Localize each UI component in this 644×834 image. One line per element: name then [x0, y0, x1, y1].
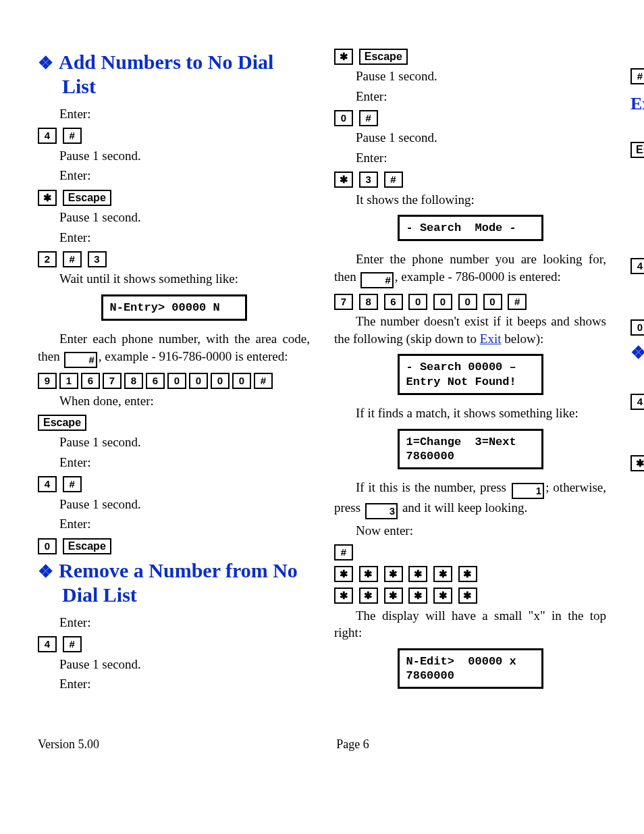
instruction-text: Enter the phone number you are looking f…: [334, 251, 606, 288]
key-0: 0: [211, 373, 230, 389]
lcd-display: - Search 00000 – Entry Not Found!: [398, 354, 543, 395]
key-4: 4: [38, 128, 57, 144]
key-sequence: ✱ ✱ ✱ ✱ ✱ ✱: [334, 564, 606, 583]
key-sequence: Escape: [38, 412, 310, 431]
key-hash: #: [63, 636, 82, 652]
key-0: 0: [433, 294, 452, 310]
key-hash: #: [63, 476, 82, 492]
label-enter: Enter:: [356, 88, 606, 105]
key-4: 4: [630, 394, 644, 410]
key-1: 1: [59, 373, 78, 389]
key-6: 6: [384, 294, 403, 310]
key-sequence: #: [334, 542, 606, 561]
key-8: 8: [359, 294, 378, 310]
key-0: 0: [38, 538, 57, 554]
label-enter: Enter:: [356, 149, 606, 167]
key-3: 3: [365, 503, 398, 519]
key-hash: #: [254, 373, 273, 389]
key-0: 0: [167, 373, 186, 389]
label-enter: Enter:: [59, 614, 310, 631]
key-sequence: Escape: [630, 139, 644, 158]
heading-add-numbers: ❖Add Numbers to No Dial List: [38, 50, 310, 99]
page-body: ❖Add Numbers to No Dial List Enter: 4 # …: [0, 0, 644, 736]
key-hash: #: [63, 128, 82, 144]
text-part: If it this is the number, press: [356, 480, 510, 494]
label-when-done: When done, enter:: [59, 392, 310, 410]
lcd-display: 1=Change 3=Next 7860000: [398, 429, 543, 470]
key-sequence: 0 Escape: [38, 536, 310, 554]
key-0: 0: [408, 294, 427, 310]
key-sequence: ✱ Escape: [334, 46, 606, 65]
key-sequence: 0 Escape: [630, 317, 644, 336]
key-0: 0: [483, 294, 502, 310]
bullet-icon: ❖: [38, 562, 53, 581]
key-sequence: 0 #: [334, 107, 606, 126]
key-star: ✱: [458, 566, 477, 582]
key-star: ✱: [334, 566, 353, 582]
lcd-display: N-Entry> 00000 N: [101, 294, 247, 321]
key-4: 4: [630, 258, 644, 274]
label-pause: Pause 1 second.: [59, 147, 310, 165]
label-enter: Enter:: [59, 229, 310, 246]
key-sequence: 4 #: [38, 126, 310, 145]
text-part: , example - 916-786-0000 is entered:: [99, 349, 288, 363]
instruction-text: The number doesn't exist if it beeps and…: [334, 313, 606, 347]
lcd-display: N-Edit> 00000 x 7860000: [398, 648, 543, 689]
instruction-text: Enter each phone number, with the area c…: [38, 330, 310, 368]
key-star: ✱: [630, 455, 644, 471]
key-star: ✱: [408, 588, 427, 604]
key-sequence: 4 #: [38, 474, 310, 493]
key-escape: Escape: [359, 49, 408, 65]
label-pause: Pause 1 second.: [356, 129, 606, 147]
key-3: 3: [359, 172, 378, 188]
heading-text: Add Numbers to No Dial List: [59, 51, 273, 97]
key-star: ✱: [433, 566, 452, 582]
key-0: 0: [630, 319, 644, 336]
key-4: 4: [38, 636, 57, 652]
lcd-display: - Search Mode -: [398, 215, 543, 241]
key-star: ✱: [384, 566, 403, 582]
key-sequence: 4 #: [630, 391, 644, 410]
key-hash: #: [359, 110, 378, 126]
key-star: ✱: [334, 172, 353, 188]
key-sequence: # Escape: [630, 66, 644, 85]
key-sequence: ✱ ✱ ✱ ✱ ✱ ✱: [334, 585, 606, 604]
key-star: ✱: [408, 566, 427, 582]
bullet-icon: ❖: [38, 53, 53, 73]
heading-erase-list: ❖Erase No Dial List: [630, 340, 644, 364]
key-star: ✱: [384, 588, 403, 604]
label-pause: Pause 1 second.: [59, 209, 310, 226]
instruction-text: The display will have a small "x" in the…: [334, 607, 606, 642]
heading-text: Remove a Number from No Dial List: [59, 559, 298, 606]
exit-link[interactable]: Exit: [480, 332, 502, 346]
key-sequence: 9167860000#: [38, 371, 310, 390]
key-hash: #: [630, 68, 644, 84]
key-0: 0: [334, 110, 353, 126]
page-footer: Version 5.00 Page 6: [0, 736, 644, 768]
text-part: , example - 786-0000 is entered:: [395, 269, 561, 284]
key-escape: Escape: [630, 142, 644, 158]
key-8: 8: [124, 373, 143, 389]
heading-exit: Exit: [630, 92, 644, 115]
label-pause: Pause 1 second.: [59, 656, 310, 673]
footer-version: Version 5.00: [38, 736, 99, 752]
key-hash: #: [334, 544, 353, 561]
label-pause: Pause 1 second.: [356, 68, 606, 85]
key-sequence: 4 #: [38, 634, 310, 653]
text-part: and it will keep looking.: [399, 500, 527, 515]
key-6: 6: [146, 373, 165, 389]
key-star: ✱: [359, 566, 378, 582]
key-star: ✱: [433, 588, 452, 604]
text-part: below):: [502, 332, 544, 346]
label-enter: Enter:: [59, 675, 310, 693]
heading-remove-number: ❖Remove a Number from No Dial List: [38, 558, 310, 607]
key-star: ✱: [334, 588, 353, 604]
key-3: 3: [88, 251, 107, 267]
key-star: ✱: [458, 588, 477, 604]
label-enter: Enter:: [59, 105, 310, 123]
key-4: 4: [38, 476, 57, 492]
label-enter: Enter:: [59, 454, 310, 471]
key-0: 0: [232, 373, 251, 389]
key-hash: #: [63, 251, 82, 267]
instruction-text: If it this is the number, press 1; other…: [334, 479, 606, 519]
